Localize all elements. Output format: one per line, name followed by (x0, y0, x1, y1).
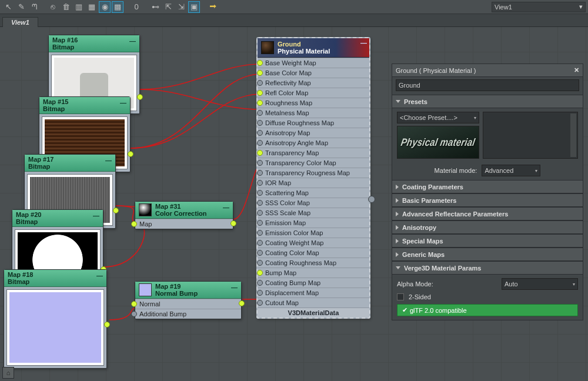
tool-arrange-1[interactable]: ⊷ (149, 1, 161, 13)
section-header-anisotropy[interactable]: Anisotropy (392, 221, 583, 234)
section-header-presets[interactable]: Presets (392, 95, 583, 108)
input-port[interactable] (257, 190, 263, 196)
output-port[interactable] (104, 322, 110, 327)
collapse-icon[interactable]: — (120, 99, 126, 106)
input-port[interactable] (257, 160, 263, 166)
input-port-additional[interactable] (131, 311, 137, 317)
section-header-special-maps[interactable]: Special Maps (392, 235, 583, 248)
material-name-field[interactable]: Ground (396, 79, 579, 91)
input-port[interactable] (257, 200, 263, 206)
material-output-port[interactable] (368, 196, 375, 203)
view-selector[interactable]: View1 ▾ (492, 2, 586, 12)
tool-pin[interactable]: ⎋ (47, 1, 59, 13)
input-port[interactable] (257, 140, 263, 146)
tab-view1[interactable]: View1 (2, 17, 38, 27)
section-header-v3d[interactable]: Verge3D Material Params (392, 262, 583, 275)
input-port[interactable] (257, 280, 263, 286)
material-mode-label: Material mode: (435, 167, 477, 174)
panel-titlebar[interactable]: Ground ( Physical Material ) ✕ (392, 64, 583, 77)
tool-arrange-3[interactable]: ⇲ (175, 1, 187, 13)
output-port[interactable] (128, 151, 133, 157)
collapse-icon[interactable]: — (360, 39, 367, 46)
input-port[interactable] (257, 250, 263, 256)
tool-pointer[interactable]: ↖ (2, 1, 14, 13)
close-icon[interactable]: ✕ (574, 66, 579, 74)
input-port[interactable] (257, 150, 263, 156)
input-port[interactable] (257, 270, 263, 276)
section-header-arp[interactable]: Advanced Reflectance Parameters (392, 208, 583, 220)
input-port[interactable] (257, 290, 263, 296)
preset-selector-label: <Choose Preset....> (400, 114, 457, 121)
input-port[interactable] (257, 60, 263, 66)
node-map18[interactable]: Map #18 Bitmap — (4, 269, 107, 369)
tool-trash[interactable]: 🗑 (60, 1, 72, 13)
slot-label: Metalness Map (265, 109, 309, 116)
input-port[interactable] (257, 300, 263, 306)
input-port[interactable] (257, 90, 263, 96)
input-port[interactable] (257, 180, 263, 186)
slot-label: Coating Weight Map (265, 239, 323, 246)
input-port[interactable] (257, 70, 263, 76)
material-mode-selector[interactable]: Advanced ▾ (482, 165, 540, 176)
input-port[interactable] (257, 110, 263, 116)
input-port-normal[interactable] (131, 301, 137, 307)
input-port[interactable] (257, 130, 263, 136)
output-port[interactable] (230, 220, 236, 226)
check-icon: ✔ (402, 306, 407, 314)
input-port[interactable] (257, 170, 263, 176)
collapse-icon[interactable]: — (129, 38, 136, 45)
slot-label: Coating Color Map (265, 249, 319, 256)
node-ground-material[interactable]: Ground Physical Material — Base Weight M… (256, 37, 370, 319)
output-port[interactable] (113, 208, 119, 213)
node-title: Map #15 (43, 98, 126, 105)
material-slot-row: Cutout Map (258, 298, 369, 308)
input-port[interactable] (257, 210, 263, 216)
node-canvas[interactable]: Map #16 Bitmap — Map #15 Bitmap — Map #1… (0, 27, 588, 381)
tool-whirl[interactable]: ᘉ (28, 1, 40, 13)
corner-widget[interactable]: ⌂ (2, 367, 14, 379)
tool-arrange-2[interactable]: ⇱ (162, 1, 174, 13)
tool-grid[interactable]: ▦ (86, 1, 98, 13)
tool-dot-active[interactable]: ◉ (99, 1, 111, 13)
preset-selector[interactable]: <Choose Preset....> ▾ (397, 112, 479, 123)
material-slot-row: IOR Map (258, 178, 369, 188)
input-port[interactable] (257, 100, 263, 106)
section-header-coating[interactable]: Coating Parameters (392, 181, 583, 193)
tool-node[interactable]: ▥ (73, 1, 85, 13)
twosided-checkbox[interactable] (397, 293, 404, 300)
collapse-icon[interactable]: — (223, 204, 229, 211)
input-port[interactable] (257, 260, 263, 266)
input-port[interactable] (257, 240, 263, 246)
node-title: Map #20 (16, 211, 99, 218)
chevron-down-icon: ▾ (474, 115, 476, 121)
chevron-right-icon (396, 239, 399, 243)
alpha-mode-selector[interactable]: Auto ▾ (502, 278, 578, 290)
collapse-icon[interactable]: — (93, 212, 99, 219)
tool-zero[interactable]: 0 (131, 1, 142, 13)
tool-select-arrow[interactable]: ⮕ (207, 1, 219, 13)
preset-list[interactable] (483, 112, 578, 159)
node-type: Bitmap (28, 163, 112, 170)
collapse-icon[interactable]: — (231, 284, 238, 291)
tool-pencil[interactable]: ✎ (15, 1, 27, 13)
node-title: Map #16 (52, 36, 136, 44)
input-port-map[interactable] (131, 221, 137, 227)
node-map31[interactable]: Map #31 Color Correction — Map (135, 201, 233, 229)
node-map19[interactable]: Map #19 Normal Bump — Normal Additional … (135, 281, 242, 319)
collapse-icon[interactable]: — (105, 157, 112, 164)
input-port[interactable] (257, 80, 263, 86)
slot-label: Scattering Map (265, 189, 309, 196)
output-port[interactable] (137, 94, 143, 100)
preset-thumb-text: Physical material (400, 138, 476, 147)
gltf-compatible-badge[interactable]: ✔ glTF 2.0 compatible (397, 304, 578, 316)
tool-window-active[interactable]: ▣ (188, 1, 200, 13)
output-port[interactable] (239, 300, 245, 306)
preset-thumbnail: Physical material (397, 126, 479, 159)
input-port[interactable] (257, 220, 263, 226)
input-port[interactable] (257, 120, 263, 126)
section-header-generic-maps[interactable]: Generic Maps (392, 248, 583, 261)
input-port[interactable] (257, 230, 263, 236)
section-header-basic[interactable]: Basic Parameters (392, 194, 583, 207)
collapse-icon[interactable]: — (96, 272, 103, 279)
tool-checker-active[interactable]: ▩ (112, 1, 123, 13)
